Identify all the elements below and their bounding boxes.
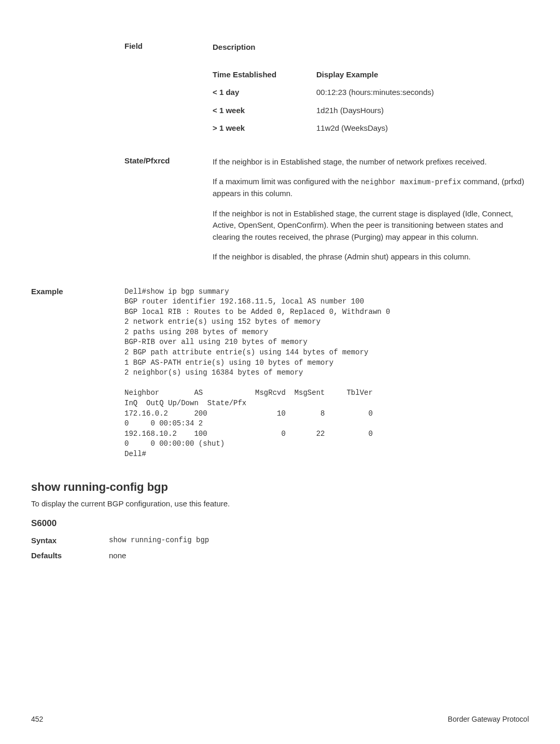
state-p3: If the neighbor is not in Established st… bbox=[213, 208, 529, 243]
page-number: 452 bbox=[31, 715, 43, 723]
example-output: Dell#show ip bgp summary BGP router iden… bbox=[124, 287, 529, 460]
display-lt-1-day: 00:12:23 (hours:minutes:seconds) bbox=[316, 87, 529, 99]
field-row-time-established: Time Established Display Example < 1 day… bbox=[124, 69, 529, 141]
defaults-value: none bbox=[109, 551, 126, 560]
state-p1: If the neighbor is in Established stage,… bbox=[213, 156, 529, 168]
inner-header-display: Display Example bbox=[316, 69, 529, 81]
time-lt-1-week: < 1 week bbox=[213, 105, 316, 117]
section-description: To display the current BGP configuration… bbox=[31, 499, 529, 508]
section-heading: show running-config bgp bbox=[31, 480, 529, 494]
example-label: Example bbox=[31, 287, 124, 460]
time-gt-1-week: > 1 week bbox=[213, 122, 316, 134]
display-gt-1-week: 11w2d (WeeksDays) bbox=[316, 122, 529, 134]
syntax-value: show running-config bgp bbox=[109, 536, 209, 545]
field-description-table: Field Description Time Established Displ… bbox=[124, 42, 529, 271]
page-footer: 452 Border Gateway Protocol bbox=[31, 715, 529, 723]
syntax-row: Syntax show running-config bgp bbox=[31, 536, 529, 545]
display-lt-1-week: 1d21h (DaysHours) bbox=[316, 105, 529, 117]
syntax-label: Syntax bbox=[31, 536, 109, 545]
inner-header-time: Time Established bbox=[213, 69, 316, 81]
field-row-state-pfxrcd: State/Pfxrcd If the neighbor is in Estab… bbox=[124, 156, 529, 271]
header-field: Field bbox=[124, 42, 213, 53]
defaults-label: Defaults bbox=[31, 551, 109, 560]
label-state-pfxrcd: State/Pfxrcd bbox=[124, 156, 213, 271]
footer-title: Border Gateway Protocol bbox=[448, 715, 529, 723]
time-lt-1-day: < 1 day bbox=[213, 87, 316, 99]
header-description: Description bbox=[213, 42, 529, 53]
state-p2: If a maximum limit was configured with t… bbox=[213, 176, 529, 200]
example-block: Example Dell#show ip bgp summary BGP rou… bbox=[31, 287, 529, 460]
state-p4: If the neighbor is disabled, the phrase … bbox=[213, 251, 529, 263]
subheading-s6000: S6000 bbox=[31, 518, 529, 529]
defaults-row: Defaults none bbox=[31, 551, 529, 560]
